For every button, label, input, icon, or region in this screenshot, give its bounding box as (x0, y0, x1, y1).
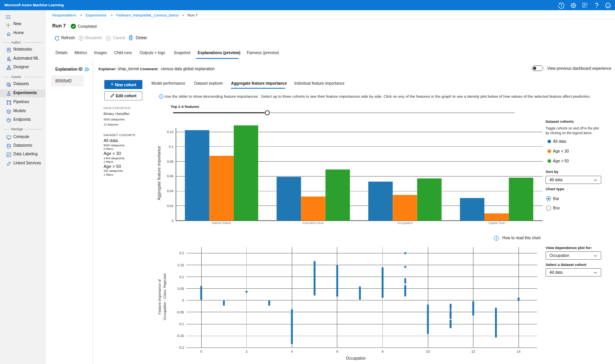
svg-text:14: 14 (517, 349, 520, 353)
svg-text:0.15: 0.15 (178, 263, 184, 267)
svg-text:Aggregate feature importance: Aggregate feature importance (156, 146, 161, 200)
svg-text:12: 12 (471, 349, 475, 353)
svg-text:-0.2: -0.2 (178, 346, 184, 349)
svg-text:4: 4 (291, 349, 293, 353)
svg-text:Occupation: Occupation (346, 356, 366, 360)
svg-text:2: 2 (246, 349, 247, 353)
svg-text:-0.1: -0.1 (178, 322, 184, 326)
svg-text:6: 6 (336, 349, 338, 353)
svg-text:0.02: 0.02 (167, 204, 174, 208)
svg-text:0.2: 0.2 (179, 251, 184, 255)
svg-text:0.05: 0.05 (178, 287, 184, 291)
svg-text:0: 0 (200, 349, 202, 353)
svg-text:Education-Num: Education-Num (302, 221, 324, 225)
svg-text:0.04: 0.04 (167, 189, 174, 193)
svg-text:Feature importance of: Feature importance of (158, 279, 162, 315)
svg-text:8: 8 (382, 349, 384, 353)
svg-text:Occupation: Occupation (397, 221, 413, 225)
svg-text:Occupation : Class: Rejected: Occupation : Class: Rejected (163, 274, 167, 320)
svg-text:0.12: 0.12 (167, 130, 174, 134)
svg-text:0: 0 (171, 219, 173, 223)
svg-text:0.06: 0.06 (167, 174, 174, 178)
svg-text:10: 10 (426, 349, 430, 353)
svg-text:Marital Status: Marital Status (212, 221, 231, 225)
svg-text:-0.05: -0.05 (176, 310, 184, 314)
svg-text:Capital Gain: Capital Gain (488, 221, 505, 225)
svg-text:0.1: 0.1 (179, 275, 184, 279)
svg-text:0.08: 0.08 (167, 160, 174, 164)
svg-text:0: 0 (182, 298, 184, 302)
svg-text:-0.15: -0.15 (176, 334, 184, 338)
svg-text:0.1: 0.1 (169, 145, 173, 149)
